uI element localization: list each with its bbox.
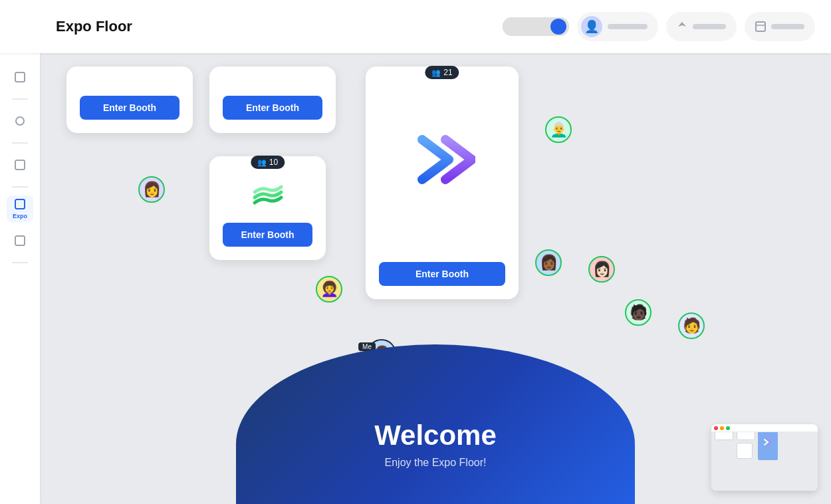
user-pill[interactable]: 👤 bbox=[577, 12, 658, 41]
square-icon-1 bbox=[14, 71, 26, 83]
location-button[interactable] bbox=[666, 12, 737, 41]
mini-arrow-icon bbox=[763, 438, 772, 449]
header-controls: 👤 bbox=[503, 12, 815, 41]
window-btn-label bbox=[771, 24, 804, 29]
mini-map-canvas bbox=[711, 424, 818, 491]
square-icon-2 bbox=[14, 159, 26, 171]
avatar-1: 👩 bbox=[138, 176, 165, 203]
sidebar-item-expo[interactable]: Expo bbox=[7, 195, 33, 222]
sidebar-divider-4 bbox=[12, 262, 28, 263]
sidebar-item-2[interactable] bbox=[7, 108, 33, 134]
sidebar-divider-1 bbox=[12, 98, 28, 100]
sidebar-divider-3 bbox=[12, 186, 28, 188]
avatar-7: 🧑 bbox=[678, 313, 705, 339]
enter-booth-1-button[interactable]: Enter Booth bbox=[80, 96, 179, 120]
avatar-6: 🧑🏿 bbox=[625, 299, 652, 326]
booth-card-3: 👥 10 Enter Booth bbox=[209, 156, 326, 260]
svg-rect-6 bbox=[15, 236, 25, 245]
avatar-3: 👨‍🦳 bbox=[545, 116, 572, 143]
sidebar-item-1[interactable] bbox=[7, 64, 33, 90]
user-name-placeholder bbox=[608, 24, 648, 29]
booth-4-badge: 👥 21 bbox=[425, 66, 459, 79]
svg-rect-4 bbox=[15, 160, 25, 170]
svg-rect-0 bbox=[756, 22, 765, 31]
svg-rect-2 bbox=[15, 72, 25, 82]
header: Expo Floor 👤 bbox=[0, 0, 831, 53]
square-icon-3 bbox=[14, 235, 26, 247]
booth-4-logo bbox=[409, 126, 475, 193]
avatar-5: 👩🏻 bbox=[588, 256, 615, 283]
location-btn-label bbox=[693, 24, 726, 29]
welcome-subtitle: Enjoy the Expo Floor! bbox=[385, 457, 487, 469]
enter-booth-3-button[interactable]: Enter Booth bbox=[223, 223, 312, 247]
app-title: Expo Floor bbox=[56, 18, 132, 35]
mini-map[interactable] bbox=[711, 424, 818, 491]
window-button[interactable] bbox=[745, 12, 815, 41]
enter-booth-4-button[interactable]: Enter Booth bbox=[379, 262, 505, 286]
booth-3-badge: 👥 10 bbox=[251, 156, 285, 169]
svg-point-3 bbox=[16, 117, 24, 125]
circle-icon-1 bbox=[14, 115, 26, 127]
booth-card-4: 👥 21 bbox=[366, 66, 519, 299]
sidebar: Expo bbox=[0, 53, 40, 504]
user-avatar: 👤 bbox=[581, 16, 602, 37]
location-icon bbox=[677, 21, 687, 32]
avatar-4: 👩🏾 bbox=[535, 249, 562, 276]
booth-card-1: Enter Booth bbox=[66, 66, 193, 133]
expo-icon bbox=[14, 198, 26, 210]
sidebar-item-3[interactable] bbox=[7, 152, 33, 178]
svg-rect-5 bbox=[15, 199, 25, 209]
avatar-2: 👩‍🦱 bbox=[316, 276, 342, 303]
sidebar-divider-2 bbox=[12, 142, 28, 144]
window-icon bbox=[755, 21, 766, 32]
view-toggle[interactable] bbox=[503, 17, 569, 36]
mini-map-controls bbox=[711, 424, 818, 432]
people-icon-4: 👥 bbox=[431, 68, 441, 77]
mini-booth-3 bbox=[737, 443, 753, 459]
booth-card-2: Enter Booth bbox=[209, 66, 336, 133]
sidebar-item-expo-label: Expo bbox=[13, 213, 27, 219]
welcome-section: Welcome Enjoy the Expo Floor! bbox=[236, 344, 635, 504]
people-icon-3: 👥 bbox=[257, 158, 267, 167]
sidebar-item-4[interactable] bbox=[7, 227, 33, 254]
expo-canvas: Enter Booth Enter Booth 👥 10 Enter Booth… bbox=[40, 53, 831, 504]
booth-3-logo bbox=[248, 175, 288, 215]
welcome-title: Welcome bbox=[374, 420, 497, 451]
enter-booth-2-button[interactable]: Enter Booth bbox=[223, 96, 322, 120]
